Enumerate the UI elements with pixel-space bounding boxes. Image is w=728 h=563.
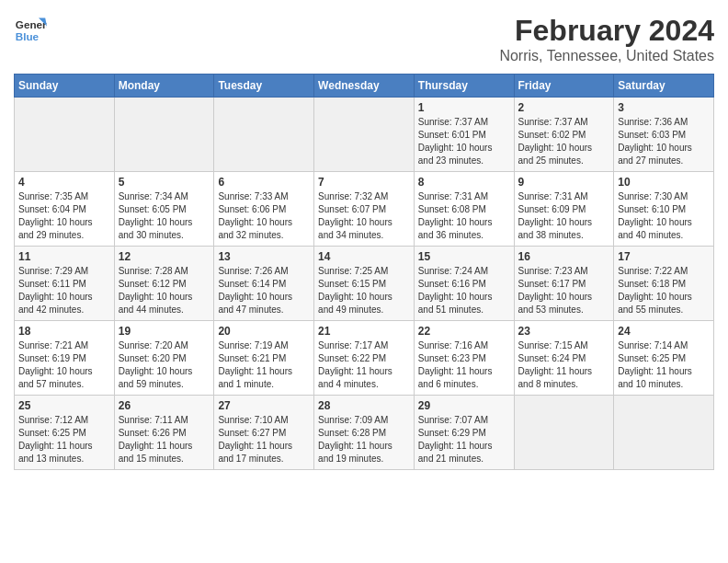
day-number: 7	[318, 176, 410, 189]
calendar-cell: 29Sunrise: 7:07 AM Sunset: 6:29 PM Dayli…	[414, 396, 514, 470]
calendar-cell: 5Sunrise: 7:34 AM Sunset: 6:05 PM Daylig…	[114, 172, 214, 247]
day-number: 11	[18, 250, 110, 263]
day-number: 29	[418, 399, 510, 412]
calendar-cell: 16Sunrise: 7:23 AM Sunset: 6:17 PM Dayli…	[514, 247, 614, 321]
calendar-cell: 20Sunrise: 7:19 AM Sunset: 6:21 PM Dayli…	[214, 321, 314, 396]
calendar-cell: 23Sunrise: 7:15 AM Sunset: 6:24 PM Dayli…	[514, 321, 614, 396]
day-number: 19	[119, 325, 210, 338]
weekday-header-wednesday: Wednesday	[314, 75, 415, 98]
day-info: Sunrise: 7:28 AM Sunset: 6:12 PM Dayligh…	[119, 265, 210, 316]
day-number: 22	[418, 325, 510, 338]
week-row-3: 11Sunrise: 7:29 AM Sunset: 6:11 PM Dayli…	[15, 247, 714, 321]
day-number: 27	[218, 399, 310, 412]
page-title: February 2024	[499, 14, 714, 48]
calendar-cell	[614, 396, 714, 470]
day-info: Sunrise: 7:35 AM Sunset: 6:04 PM Dayligh…	[18, 190, 110, 242]
day-info: Sunrise: 7:12 AM Sunset: 6:25 PM Dayligh…	[18, 414, 110, 465]
day-info: Sunrise: 7:07 AM Sunset: 6:29 PM Dayligh…	[418, 414, 510, 465]
weekday-header-saturday: Saturday	[614, 75, 714, 98]
calendar-cell	[114, 98, 214, 172]
day-info: Sunrise: 7:30 AM Sunset: 6:10 PM Dayligh…	[618, 190, 710, 242]
day-info: Sunrise: 7:17 AM Sunset: 6:22 PM Dayligh…	[318, 339, 410, 391]
calendar-cell: 4Sunrise: 7:35 AM Sunset: 6:04 PM Daylig…	[15, 172, 115, 247]
day-info: Sunrise: 7:37 AM Sunset: 6:01 PM Dayligh…	[418, 116, 510, 167]
calendar-cell: 12Sunrise: 7:28 AM Sunset: 6:12 PM Dayli…	[114, 247, 214, 321]
day-number: 15	[418, 250, 510, 263]
calendar-cell: 22Sunrise: 7:16 AM Sunset: 6:23 PM Dayli…	[414, 321, 514, 396]
day-number: 4	[18, 176, 110, 189]
day-info: Sunrise: 7:25 AM Sunset: 6:15 PM Dayligh…	[318, 265, 410, 316]
weekday-header-tuesday: Tuesday	[214, 75, 314, 98]
day-info: Sunrise: 7:29 AM Sunset: 6:11 PM Dayligh…	[18, 265, 110, 316]
day-number: 17	[618, 250, 710, 263]
day-info: Sunrise: 7:09 AM Sunset: 6:28 PM Dayligh…	[318, 414, 410, 465]
weekday-header-friday: Friday	[514, 75, 614, 98]
day-info: Sunrise: 7:16 AM Sunset: 6:23 PM Dayligh…	[418, 339, 510, 391]
day-info: Sunrise: 7:32 AM Sunset: 6:07 PM Dayligh…	[318, 190, 410, 242]
calendar-cell: 3Sunrise: 7:36 AM Sunset: 6:03 PM Daylig…	[614, 98, 714, 172]
day-number: 28	[318, 399, 410, 412]
calendar-cell: 1Sunrise: 7:37 AM Sunset: 6:01 PM Daylig…	[414, 98, 514, 172]
day-number: 3	[618, 101, 710, 114]
day-info: Sunrise: 7:31 AM Sunset: 6:08 PM Dayligh…	[418, 190, 510, 242]
day-number: 24	[618, 325, 710, 338]
day-number: 6	[218, 176, 310, 189]
day-info: Sunrise: 7:14 AM Sunset: 6:25 PM Dayligh…	[618, 339, 710, 391]
header: General Blue February 2024 Norris, Tenne…	[14, 14, 714, 64]
day-info: Sunrise: 7:33 AM Sunset: 6:06 PM Dayligh…	[218, 190, 310, 242]
day-number: 2	[518, 101, 610, 114]
calendar-cell: 7Sunrise: 7:32 AM Sunset: 6:07 PM Daylig…	[314, 172, 415, 247]
day-info: Sunrise: 7:10 AM Sunset: 6:27 PM Dayligh…	[218, 414, 310, 465]
calendar-cell	[314, 98, 415, 172]
calendar-cell: 6Sunrise: 7:33 AM Sunset: 6:06 PM Daylig…	[214, 172, 314, 247]
day-info: Sunrise: 7:34 AM Sunset: 6:05 PM Dayligh…	[119, 190, 210, 242]
logo: General Blue	[14, 14, 47, 47]
calendar-cell: 27Sunrise: 7:10 AM Sunset: 6:27 PM Dayli…	[214, 396, 314, 470]
day-number: 10	[618, 176, 710, 189]
calendar-cell: 24Sunrise: 7:14 AM Sunset: 6:25 PM Dayli…	[614, 321, 714, 396]
day-info: Sunrise: 7:36 AM Sunset: 6:03 PM Dayligh…	[618, 116, 710, 167]
day-number: 16	[518, 250, 610, 263]
calendar-cell: 2Sunrise: 7:37 AM Sunset: 6:02 PM Daylig…	[514, 98, 614, 172]
svg-text:Blue: Blue	[16, 30, 40, 42]
day-number: 5	[119, 176, 210, 189]
calendar-cell: 17Sunrise: 7:22 AM Sunset: 6:18 PM Dayli…	[614, 247, 714, 321]
day-info: Sunrise: 7:26 AM Sunset: 6:14 PM Dayligh…	[218, 265, 310, 316]
week-row-1: 1Sunrise: 7:37 AM Sunset: 6:01 PM Daylig…	[15, 98, 714, 172]
calendar-cell: 26Sunrise: 7:11 AM Sunset: 6:26 PM Dayli…	[114, 396, 214, 470]
logo-icon: General Blue	[14, 14, 47, 47]
day-number: 13	[218, 250, 310, 263]
day-number: 9	[518, 176, 610, 189]
calendar-cell: 11Sunrise: 7:29 AM Sunset: 6:11 PM Dayli…	[15, 247, 115, 321]
day-number: 21	[318, 325, 410, 338]
calendar-body: 1Sunrise: 7:37 AM Sunset: 6:01 PM Daylig…	[15, 98, 714, 470]
day-number: 25	[18, 399, 110, 412]
calendar-cell	[15, 98, 115, 172]
calendar-cell	[514, 396, 614, 470]
day-number: 26	[119, 399, 210, 412]
day-info: Sunrise: 7:31 AM Sunset: 6:09 PM Dayligh…	[518, 190, 610, 242]
day-number: 18	[18, 325, 110, 338]
calendar-cell: 25Sunrise: 7:12 AM Sunset: 6:25 PM Dayli…	[15, 396, 115, 470]
weekday-header-thursday: Thursday	[414, 75, 514, 98]
calendar-cell: 15Sunrise: 7:24 AM Sunset: 6:16 PM Dayli…	[414, 247, 514, 321]
day-number: 23	[518, 325, 610, 338]
day-info: Sunrise: 7:23 AM Sunset: 6:17 PM Dayligh…	[518, 265, 610, 316]
day-info: Sunrise: 7:15 AM Sunset: 6:24 PM Dayligh…	[518, 339, 610, 391]
calendar-cell: 14Sunrise: 7:25 AM Sunset: 6:15 PM Dayli…	[314, 247, 415, 321]
week-row-5: 25Sunrise: 7:12 AM Sunset: 6:25 PM Dayli…	[15, 396, 714, 470]
day-number: 12	[119, 250, 210, 263]
day-info: Sunrise: 7:20 AM Sunset: 6:20 PM Dayligh…	[119, 339, 210, 391]
calendar-cell: 13Sunrise: 7:26 AM Sunset: 6:14 PM Dayli…	[214, 247, 314, 321]
weekday-header-monday: Monday	[114, 75, 214, 98]
title-area: February 2024 Norris, Tennessee, United …	[499, 14, 714, 64]
day-info: Sunrise: 7:21 AM Sunset: 6:19 PM Dayligh…	[18, 339, 110, 391]
calendar-cell: 18Sunrise: 7:21 AM Sunset: 6:19 PM Dayli…	[15, 321, 115, 396]
calendar-cell: 28Sunrise: 7:09 AM Sunset: 6:28 PM Dayli…	[314, 396, 415, 470]
weekday-header-row: SundayMondayTuesdayWednesdayThursdayFrid…	[15, 75, 714, 98]
week-row-2: 4Sunrise: 7:35 AM Sunset: 6:04 PM Daylig…	[15, 172, 714, 247]
calendar-cell: 10Sunrise: 7:30 AM Sunset: 6:10 PM Dayli…	[614, 172, 714, 247]
calendar-cell: 9Sunrise: 7:31 AM Sunset: 6:09 PM Daylig…	[514, 172, 614, 247]
calendar-cell: 21Sunrise: 7:17 AM Sunset: 6:22 PM Dayli…	[314, 321, 415, 396]
day-info: Sunrise: 7:37 AM Sunset: 6:02 PM Dayligh…	[518, 116, 610, 167]
